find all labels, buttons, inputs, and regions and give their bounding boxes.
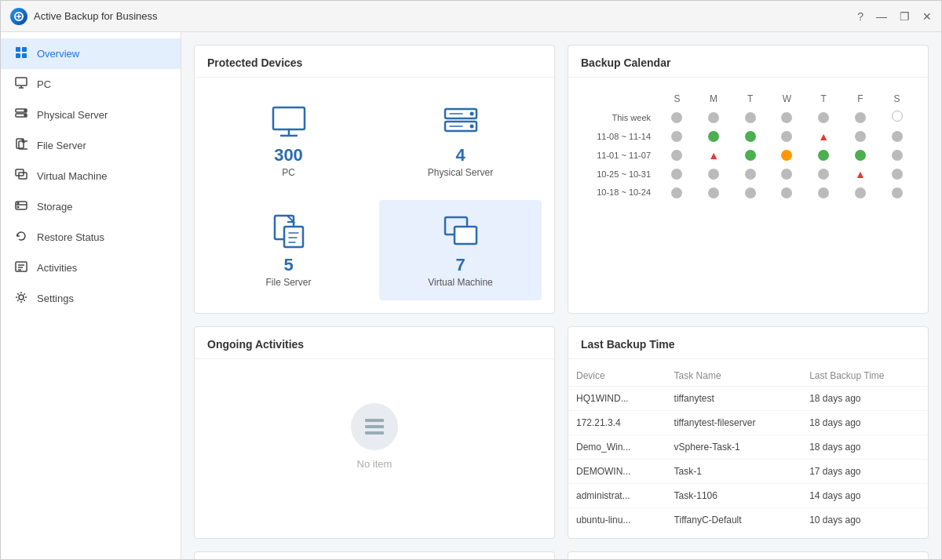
logs-panel: Logs ↗ — [568, 551, 929, 559]
no-item-icon — [351, 403, 398, 450]
device-card-pc[interactable]: 300 PC — [207, 90, 370, 191]
last-backup-time-panel: Last Backup Time Device Task Name Last B… — [568, 326, 929, 539]
calendar-dot — [842, 184, 879, 202]
backup-device: HQ1WIND... — [568, 387, 666, 411]
calendar-dot — [732, 127, 769, 146]
calendar-dot — [659, 127, 696, 146]
svg-point-16 — [17, 206, 19, 208]
svg-rect-2 — [22, 47, 27, 52]
backup-calendar-title: Backup Calendar — [568, 45, 928, 78]
svg-rect-5 — [16, 78, 27, 85]
file-server-icon — [13, 138, 29, 153]
calendar-dot — [732, 146, 769, 165]
title-bar: Active Backup for Business ? — ❐ ✕ — [1, 1, 941, 32]
device-card-vm[interactable]: 7 Virtual Machine — [379, 200, 542, 300]
sidebar-label-overview: Overview — [37, 48, 79, 60]
backup-device: administrat... — [568, 484, 666, 508]
calendar-dot — [659, 146, 696, 165]
calendar-dot: ▲ — [696, 146, 732, 165]
calendar-dot — [769, 165, 805, 184]
col-time: Last Backup Time — [801, 365, 928, 387]
calendar-dot — [878, 184, 915, 202]
backup-table: Device Task Name Last Backup Time HQ1WIN… — [568, 365, 928, 532]
calendar-dot — [878, 165, 915, 184]
calendar-dot — [769, 127, 805, 146]
sidebar-item-physical-server[interactable]: Physical Server — [1, 100, 181, 130]
file-server-device-icon — [270, 213, 308, 250]
maximize-button[interactable]: ❐ — [900, 11, 910, 22]
app-icon — [10, 8, 27, 25]
backup-device: 172.21.3.4 — [568, 411, 666, 435]
close-button[interactable]: ✕ — [922, 11, 932, 22]
table-row[interactable]: Demo_Win... vSphere-Task-1 18 days ago — [568, 435, 928, 460]
calendar-week-label: This week — [581, 107, 659, 127]
file-server-count: 5 — [283, 255, 293, 275]
sidebar-item-virtual-machine[interactable]: Virtual Machine — [1, 161, 181, 191]
svg-rect-4 — [22, 53, 27, 58]
calendar-dot — [696, 107, 732, 127]
backup-task: Task-1106 — [666, 484, 802, 508]
svg-point-15 — [17, 202, 19, 204]
sidebar-item-activities[interactable]: Activities — [1, 253, 181, 283]
vm-device-icon — [442, 213, 480, 250]
svg-rect-30 — [365, 431, 384, 435]
backup-device: DEMOWIN... — [568, 460, 666, 484]
backup-time: 10 days ago — [801, 508, 928, 533]
storage-status-panel: Storage Status — [194, 551, 555, 559]
logs-panel-header: Logs ↗ — [568, 552, 928, 559]
calendar-dot — [805, 146, 842, 165]
calendar-dot — [732, 165, 769, 184]
backup-device: ubuntu-linu... — [568, 508, 666, 533]
calendar-dot — [769, 184, 805, 202]
storage-status-title: Storage Status — [195, 552, 554, 559]
sidebar-item-settings[interactable]: Settings — [1, 283, 181, 314]
calendar-dot — [878, 146, 915, 165]
sidebar-label-storage: Storage — [37, 201, 73, 213]
svg-point-8 — [24, 110, 26, 111]
monitor-icon — [13, 77, 29, 92]
protected-devices-title: Protected Devices — [195, 45, 554, 78]
svg-rect-29 — [365, 425, 384, 428]
storage-icon — [13, 199, 29, 214]
backup-task: tiffanytest — [666, 387, 802, 411]
backup-time: 18 days ago — [801, 387, 928, 411]
ongoing-activities-panel: Ongoing Activities No item — [194, 326, 555, 539]
cal-day-s2: S — [878, 90, 915, 107]
table-row[interactable]: ubuntu-linu... TiffanyC-Default 10 days … — [568, 508, 928, 533]
backup-task: Task-1 — [666, 460, 802, 484]
calendar-table: S M T W T F S This week11-08 ~ 11-14▲11-… — [581, 90, 915, 202]
calendar-dot — [659, 107, 696, 127]
svg-rect-28 — [365, 419, 384, 422]
calendar-dot — [732, 107, 769, 127]
cal-day-m: M — [696, 90, 732, 107]
svg-rect-25 — [284, 227, 303, 247]
backup-time: 14 days ago — [801, 484, 928, 508]
calendar-dot — [878, 127, 915, 146]
calendar-dot — [842, 127, 879, 146]
pc-count: 300 — [274, 145, 303, 165]
ongoing-activities-body: No item — [195, 359, 554, 514]
sidebar-item-file-server[interactable]: File Server — [1, 130, 181, 161]
device-card-file-server[interactable]: 5 File Server — [207, 200, 370, 300]
table-row[interactable]: administrat... Task-1106 14 days ago — [568, 484, 928, 508]
device-grid: 300 PC 4 — [207, 90, 542, 300]
backup-time: 18 days ago — [801, 435, 928, 460]
last-backup-time-title: Last Backup Time — [568, 327, 928, 359]
device-card-physical-server[interactable]: 4 Physical Server — [379, 90, 542, 191]
calendar-dot: ▲ — [842, 165, 879, 184]
sidebar-item-overview[interactable]: Overview — [1, 38, 181, 69]
svg-point-23 — [469, 125, 473, 129]
calendar-dot — [842, 146, 879, 165]
sidebar-item-restore-status[interactable]: Restore Status — [1, 222, 181, 253]
sidebar-label-activities: Activities — [37, 262, 77, 274]
last-backup-time-body: Device Task Name Last Backup Time HQ1WIN… — [568, 359, 928, 538]
help-button[interactable]: ? — [857, 11, 864, 22]
no-item-label: No item — [357, 458, 392, 470]
sidebar-item-storage[interactable]: Storage — [1, 191, 181, 222]
table-row[interactable]: 172.21.3.4 tiffanytest-fileserver 18 day… — [568, 411, 928, 435]
sidebar-item-pc[interactable]: PC — [1, 69, 181, 100]
table-row[interactable]: DEMOWIN... Task-1 17 days ago — [568, 460, 928, 484]
calendar-week-label: 10-18 ~ 10-24 — [581, 184, 659, 202]
minimize-button[interactable]: — — [876, 11, 887, 22]
table-row[interactable]: HQ1WIND... tiffanytest 18 days ago — [568, 387, 928, 411]
